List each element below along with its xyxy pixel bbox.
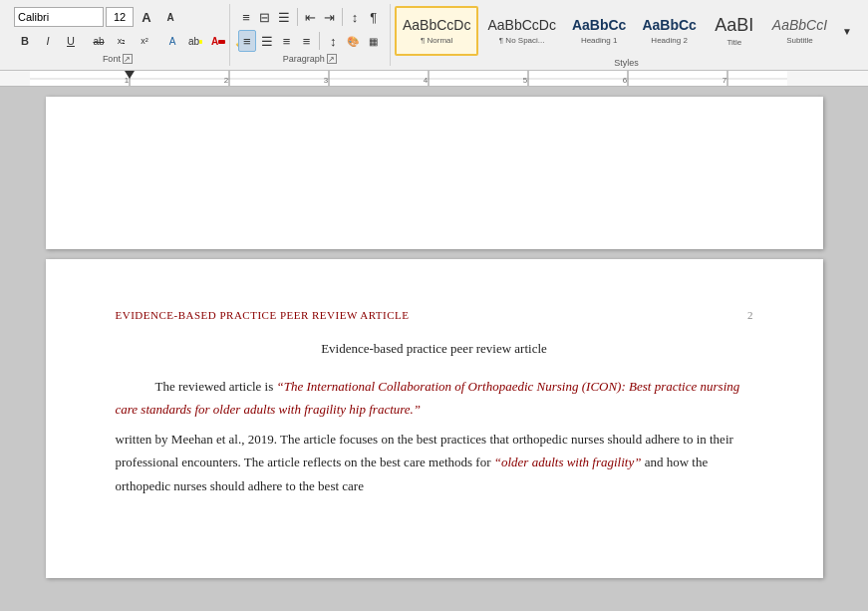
font-label: Font ↗ bbox=[103, 54, 133, 64]
paragraph-group: ≡ ⊟ ☰ ⇤ ⇥ ↕ ¶ ≡ ☰ ≡ ≡ ↕ 🎨 ▦ Paragraph ↗ bbox=[230, 4, 391, 66]
style-heading2-button[interactable]: AaBbCc Heading 2 bbox=[635, 6, 703, 56]
body-italic2-text: “older adults with fragility” bbox=[494, 455, 642, 469]
style-subtitle-button[interactable]: AaBbCcI Subtitle bbox=[765, 6, 834, 56]
sep5 bbox=[319, 32, 320, 50]
style-subtitle-label: Subtitle bbox=[786, 36, 813, 45]
page-number: 2 bbox=[747, 309, 753, 321]
bold-button[interactable]: B bbox=[14, 30, 36, 52]
align-center-button[interactable]: ☰ bbox=[258, 30, 276, 52]
increase-font-button[interactable]: A bbox=[136, 6, 157, 28]
subscript-button[interactable]: x₂ bbox=[111, 30, 133, 52]
line-spacing-button[interactable]: ↕ bbox=[324, 30, 342, 52]
font-group: Calibri 12 A A B I U ab x₂ x² A ab A 🧹 bbox=[6, 4, 230, 66]
body-intro-text: The reviewed article is bbox=[155, 379, 277, 394]
svg-text:5: 5 bbox=[523, 76, 528, 85]
font-name-input[interactable]: Calibri bbox=[14, 7, 104, 27]
sort-button[interactable]: ↕ bbox=[347, 6, 364, 28]
toolbar: Calibri 12 A A B I U ab x₂ x² A ab A 🧹 bbox=[0, 0, 868, 71]
align-right-button[interactable]: ≡ bbox=[278, 30, 296, 52]
style-heading1-label: Heading 1 bbox=[581, 36, 617, 45]
svg-text:7: 7 bbox=[723, 76, 727, 85]
page-header-title: EVIDENCE-BASED PRACTICE PEER REVIEW ARTI… bbox=[116, 309, 410, 321]
style-subtitle-preview: AaBbCcI bbox=[772, 17, 827, 34]
show-hide-button[interactable]: ¶ bbox=[365, 6, 382, 28]
svg-text:4: 4 bbox=[424, 76, 429, 85]
multilevel-list-button[interactable]: ☰ bbox=[275, 6, 293, 28]
style-normal-preview: AaBbCcDc bbox=[403, 17, 470, 34]
strikethrough-button[interactable]: ab bbox=[88, 30, 110, 52]
styles-group: AaBbCcDc ¶ Normal AaBbCcDc ¶ No Spaci...… bbox=[391, 4, 862, 70]
page-2[interactable]: EVIDENCE-BASED PRACTICE PEER REVIEW ARTI… bbox=[46, 259, 823, 578]
border-button[interactable]: ▦ bbox=[364, 30, 382, 52]
style-heading1-button[interactable]: AaBbCc Heading 1 bbox=[565, 6, 633, 56]
document-area[interactable]: EVIDENCE-BASED PRACTICE PEER REVIEW ARTI… bbox=[0, 87, 868, 588]
page-1 bbox=[46, 97, 823, 249]
sep3 bbox=[297, 8, 298, 26]
justify-button[interactable]: ≡ bbox=[298, 30, 316, 52]
increase-indent-button[interactable]: ⇥ bbox=[321, 6, 338, 28]
ruler: 1 2 3 4 5 6 7 bbox=[0, 71, 868, 87]
paragraph-label: Paragraph ↗ bbox=[283, 54, 337, 64]
style-nospacing-preview: AaBbCcDc bbox=[487, 17, 555, 34]
style-nospacing-button[interactable]: AaBbCcDc ¶ No Spaci... bbox=[480, 6, 562, 56]
style-nospacing-label: ¶ No Spaci... bbox=[499, 36, 545, 45]
style-title-label: Title bbox=[726, 38, 741, 47]
style-normal-button[interactable]: AaBbCcDc ¶ Normal bbox=[395, 6, 478, 56]
page-header: EVIDENCE-BASED PRACTICE PEER REVIEW ARTI… bbox=[116, 309, 753, 321]
style-normal-label: ¶ Normal bbox=[421, 36, 452, 45]
bullets-button[interactable]: ≡ bbox=[238, 6, 255, 28]
paragraph-expand-icon[interactable]: ↗ bbox=[327, 54, 337, 64]
article-title: Evidence-based practice peer review arti… bbox=[116, 341, 753, 357]
italic-button[interactable]: I bbox=[37, 30, 59, 52]
style-heading1-preview: AaBbCc bbox=[572, 17, 626, 34]
style-heading2-label: Heading 2 bbox=[651, 36, 687, 45]
svg-text:2: 2 bbox=[224, 76, 229, 85]
shading-button[interactable]: 🎨 bbox=[344, 30, 362, 52]
font-expand-icon[interactable]: ↗ bbox=[123, 54, 133, 64]
text-effects-button[interactable]: A bbox=[161, 30, 183, 52]
style-more-button[interactable]: ▼ bbox=[836, 6, 858, 56]
underline-button[interactable]: U bbox=[60, 30, 82, 52]
superscript-button[interactable]: x² bbox=[134, 30, 155, 52]
decrease-indent-button[interactable]: ⇤ bbox=[302, 6, 319, 28]
svg-text:3: 3 bbox=[324, 76, 329, 85]
body-paragraph-1: The reviewed article is “The Internation… bbox=[116, 375, 753, 422]
decrease-font-button[interactable]: A bbox=[159, 6, 181, 28]
font-size-input[interactable]: 12 bbox=[106, 7, 134, 27]
styles-label: Styles bbox=[395, 58, 858, 68]
font-color-button[interactable]: A bbox=[207, 30, 229, 52]
numbering-button[interactable]: ⊟ bbox=[256, 6, 273, 28]
body-paragraph-2: written by Meehan et al., 2019. The arti… bbox=[116, 428, 753, 497]
article-body: The reviewed article is “The Internation… bbox=[116, 375, 753, 497]
style-heading2-preview: AaBbCc bbox=[642, 17, 696, 34]
align-left-button[interactable]: ≡ bbox=[238, 30, 256, 52]
style-title-preview: AaBI bbox=[715, 15, 753, 37]
style-title-button[interactable]: AaBI Title bbox=[706, 6, 763, 56]
svg-text:6: 6 bbox=[623, 76, 628, 85]
sep4 bbox=[342, 8, 343, 26]
text-highlight-button[interactable]: ab bbox=[184, 30, 206, 52]
